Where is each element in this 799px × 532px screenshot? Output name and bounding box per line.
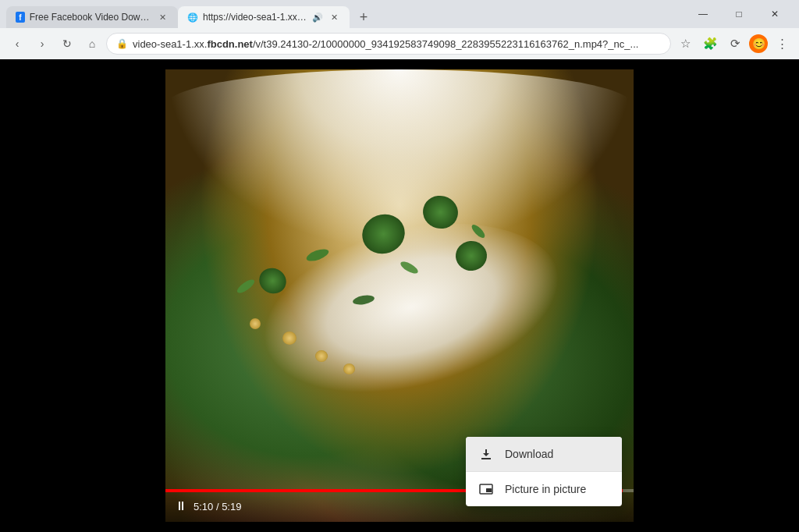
herb-leaf-5 xyxy=(235,277,256,295)
download-icon xyxy=(478,446,494,462)
context-menu: Download Picture in picture xyxy=(466,437,622,506)
pip-label: Picture in picture xyxy=(505,483,586,495)
more-options-button[interactable]: ⋮ xyxy=(771,33,793,55)
download-label: Download xyxy=(505,448,553,460)
minimize-button[interactable]: — xyxy=(685,0,721,28)
browser-chrome: f Free Facebook Video Downloade... ✕ 🌐 h… xyxy=(0,0,799,59)
new-tab-button[interactable]: + xyxy=(353,6,375,28)
url-text: video-sea1-1.xx.fbcdn.net/v/t39.24130-2/… xyxy=(133,38,661,50)
profile-avatar[interactable]: 😊 xyxy=(749,34,768,53)
navigation-bar: ‹ › ↻ ⌂ 🔒 video-sea1-1.xx.fbcdn.net/v/t3… xyxy=(0,28,799,59)
reload-button[interactable]: ↻ xyxy=(56,33,78,55)
time-display: 5:10 / 5:19 xyxy=(194,501,241,512)
extensions-button[interactable]: 🧩 xyxy=(699,33,721,55)
globe-favicon: 🌐 xyxy=(187,12,198,23)
context-menu-pip[interactable]: Picture in picture xyxy=(466,472,622,506)
chickpea-2 xyxy=(315,350,328,362)
svg-rect-2 xyxy=(486,488,492,492)
facebook-favicon: f xyxy=(16,12,25,23)
window-controls: — □ ✕ xyxy=(685,0,793,28)
tab-facebook-downloader[interactable]: f Free Facebook Video Downloade... ✕ xyxy=(6,6,178,28)
svg-rect-0 xyxy=(481,458,491,459)
tab-2-close-button[interactable]: ✕ xyxy=(328,11,340,23)
tab-bar: f Free Facebook Video Downloade... ✕ 🌐 h… xyxy=(6,0,685,28)
address-bar[interactable]: 🔒 video-sea1-1.xx.fbcdn.net/v/t39.24130-… xyxy=(106,33,671,55)
close-button[interactable]: ✕ xyxy=(757,0,793,28)
forward-button[interactable]: › xyxy=(31,33,53,55)
tab-video-active[interactable]: 🌐 https://video-sea1-1.xx.fbcd... 🔊 ✕ xyxy=(178,6,350,28)
sync-button[interactable]: ⟳ xyxy=(724,33,746,55)
back-button[interactable]: ‹ xyxy=(6,33,28,55)
chickpea-3 xyxy=(250,318,261,329)
title-bar: f Free Facebook Video Downloade... ✕ 🌐 h… xyxy=(0,0,799,28)
bookmark-button[interactable]: ☆ xyxy=(674,33,696,55)
url-domain: video-sea1-1.xx.fbcdn.net/v/t39.24130-2/… xyxy=(133,38,638,50)
tab-2-label: https://video-sea1-1.xx.fbcd... xyxy=(203,12,307,23)
tab-1-label: Free Facebook Video Downloade... xyxy=(30,12,151,23)
home-button[interactable]: ⌂ xyxy=(81,33,103,55)
video-frame[interactable]: ⏸ 5:10 / 5:19 Download xyxy=(165,69,634,522)
tab-1-close-button[interactable]: ✕ xyxy=(156,11,169,23)
context-menu-download[interactable]: Download xyxy=(466,437,622,471)
chickpea-4 xyxy=(343,364,355,374)
play-pause-button[interactable]: ⏸ xyxy=(175,499,187,513)
video-area[interactable]: ⏸ 5:10 / 5:19 Download xyxy=(0,59,799,532)
audio-icon: 🔊 xyxy=(312,12,323,23)
pip-icon xyxy=(478,481,494,497)
maximize-button[interactable]: □ xyxy=(721,0,757,28)
lock-icon: 🔒 xyxy=(116,38,128,49)
